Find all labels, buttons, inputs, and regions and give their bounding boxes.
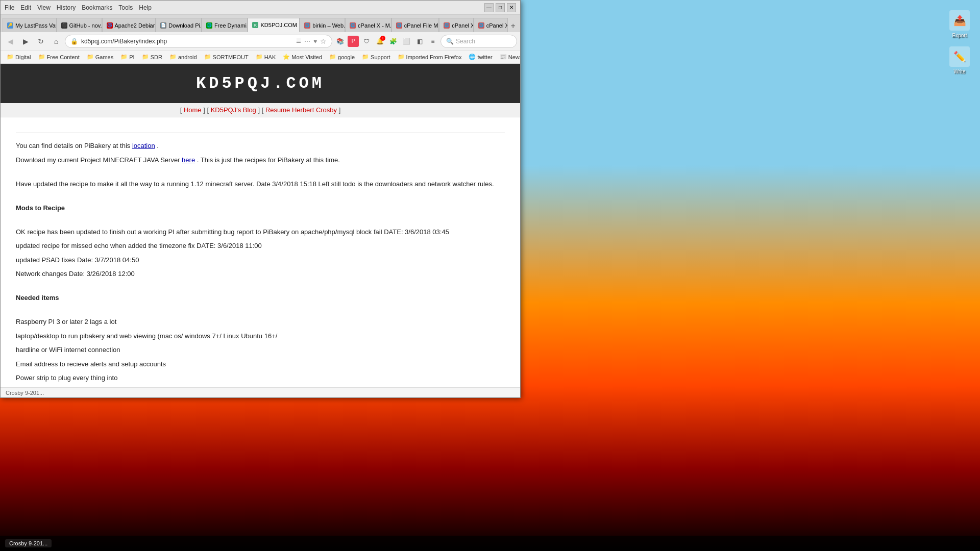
menu-bookmarks[interactable]: Bookmarks bbox=[82, 4, 112, 11]
menu-tools[interactable]: Tools bbox=[118, 4, 133, 11]
tab-bar: 🔑 My LastPass Vault ⚫ GitHub - nov... 🌀 … bbox=[1, 15, 520, 32]
back-button[interactable]: ◀ bbox=[4, 35, 17, 48]
tab-github-label: GitHub - nov... bbox=[69, 22, 102, 29]
site-title: KD5PQJ.COM bbox=[11, 74, 510, 93]
tab-kd5pqj[interactable]: K KD5POJ.COM ✕ bbox=[248, 18, 300, 32]
tab-cpanel2-label: cPanel File M... bbox=[404, 22, 439, 29]
bm-hak[interactable]: 📁 HAK bbox=[253, 53, 279, 61]
desktop-icons-area: 📤 Export ✏️ Write bbox=[949, 10, 970, 74]
search-box[interactable]: 🔍 Search bbox=[440, 35, 517, 48]
nav-blog-link[interactable]: KD5PQJ's Blog bbox=[211, 106, 256, 114]
bm-digital-icon: 📁 bbox=[7, 54, 14, 60]
window-icon[interactable]: ⬜ bbox=[401, 36, 412, 47]
bm-sdr[interactable]: 📁 SDR bbox=[139, 53, 165, 61]
bm-sortmeout[interactable]: 📁 SORTMEOUT bbox=[201, 53, 252, 61]
sidebar-toggle[interactable]: ◧ bbox=[414, 36, 425, 47]
bm-games[interactable]: 📁 Games bbox=[84, 53, 116, 61]
bm-support[interactable]: 📁 Support bbox=[359, 53, 394, 61]
reader-mode-icon[interactable]: ☰ bbox=[296, 38, 301, 44]
lastpass-favicon: 🔑 bbox=[7, 22, 13, 29]
bm-freecontent[interactable]: 📁 Free Content bbox=[35, 53, 83, 61]
shield-icon[interactable]: 🛡 bbox=[361, 36, 372, 47]
tab-kd5pqj-label: KD5POJ.COM bbox=[260, 22, 297, 28]
cpanel3-favicon: 🌐 bbox=[444, 22, 450, 29]
tab-github[interactable]: ⚫ GitHub - nov... bbox=[57, 18, 102, 32]
library-icon[interactable]: 📚 bbox=[334, 36, 346, 47]
desktop-icon-export[interactable]: 📤 Export bbox=[949, 10, 970, 38]
needed-item-1: Raspberry PI 3 or later 2 lags a lot bbox=[16, 317, 505, 327]
menu-view[interactable]: View bbox=[37, 4, 51, 11]
tab-freedns[interactable]: 🌐 Free Dynami... bbox=[202, 18, 248, 32]
forward-button[interactable]: ▶ bbox=[19, 35, 32, 48]
taskbar-item-browser[interactable]: Crosby 9-201... bbox=[5, 539, 52, 547]
bm-pi[interactable]: 📁 PI bbox=[117, 53, 137, 61]
tab-download-label: Download Pi... bbox=[168, 22, 202, 29]
tab-lastpass[interactable]: 🔑 My LastPass Vault bbox=[3, 18, 57, 32]
nav-resume-link[interactable]: Resume Herbert Crosby bbox=[265, 106, 337, 114]
write-icon: ✏️ bbox=[949, 46, 970, 67]
tab-cpanel2[interactable]: 🌐 cPanel File M... bbox=[391, 18, 439, 32]
site-nav: [ Home ] [ KD5PQJ's Blog ] [ Resume Herb… bbox=[1, 103, 520, 117]
notification-icon[interactable]: 🔔1 bbox=[374, 36, 385, 47]
here-link[interactable]: here bbox=[182, 156, 195, 164]
cpanel4-favicon: 🌐 bbox=[478, 22, 484, 29]
close-button[interactable]: ✕ bbox=[507, 3, 516, 12]
minimize-button[interactable]: — bbox=[484, 3, 494, 12]
tab-download[interactable]: 📄 Download Pi... bbox=[156, 18, 202, 32]
nav-bracket-3: ] [ bbox=[258, 106, 265, 114]
tab-cpanel4[interactable]: 🌐 cPanel X bbox=[474, 18, 508, 32]
bm-android[interactable]: 📁 android bbox=[166, 53, 200, 61]
menu-help[interactable]: Help bbox=[139, 4, 152, 11]
nav-bar: ◀ ▶ ↻ ⌂ 🔒 kd5pqj.com/PiBakery/index.php … bbox=[1, 32, 520, 51]
tab-cpanel1-label: cPanel X - M... bbox=[358, 22, 391, 29]
menu-edit[interactable]: Edit bbox=[20, 4, 31, 11]
bm-mostvisited[interactable]: ⭐ Most Visited bbox=[280, 53, 325, 61]
address-bar[interactable]: 🔒 kd5pqj.com/PiBakery/index.php ☰ ⋯ ♥ ☆ bbox=[65, 35, 332, 48]
tab-lastpass-label: My LastPass Vault bbox=[15, 22, 57, 29]
new-tab-button[interactable]: + bbox=[508, 20, 518, 32]
nav-bracket-4: ] bbox=[339, 106, 341, 114]
bm-twitter-icon: 🌐 bbox=[469, 54, 476, 60]
freedns-favicon: 🌐 bbox=[206, 22, 212, 29]
menu-history[interactable]: History bbox=[57, 4, 76, 11]
maximize-button[interactable]: □ bbox=[496, 3, 505, 12]
tab-cpanel4-label: cPanel X bbox=[486, 22, 508, 29]
kd5pqj-favicon: K bbox=[252, 22, 258, 28]
bm-news[interactable]: 📰 News bbox=[497, 53, 520, 61]
bm-news-icon: 📰 bbox=[500, 54, 507, 60]
bm-twitter[interactable]: 🌐 twitter bbox=[465, 53, 495, 61]
title-bar: File Edit View History Bookmarks Tools H… bbox=[1, 1, 520, 15]
pocket-icon[interactable]: P bbox=[348, 36, 359, 47]
tab-birkin[interactable]: 🌐 birkin – Web... bbox=[300, 18, 345, 32]
tab-cpanel1[interactable]: 🌐 cPanel X - M... bbox=[345, 18, 391, 32]
tab-cpanel3-label: cPanel X bbox=[452, 22, 473, 29]
birkin-favicon: 🌐 bbox=[304, 22, 310, 29]
tab-apache[interactable]: 🌀 Apache2 Debian... bbox=[102, 18, 156, 32]
bookmark-star-icon[interactable]: ⋯ bbox=[304, 38, 310, 45]
location-link[interactable]: location bbox=[132, 142, 155, 149]
menu-open-button[interactable]: ≡ bbox=[427, 36, 438, 47]
reload-button[interactable]: ↻ bbox=[34, 35, 47, 48]
content-divider bbox=[16, 133, 505, 133]
tab-cpanel3[interactable]: 🌐 cPanel X bbox=[439, 18, 473, 32]
url-display: kd5pqj.com/PiBakery/index.php bbox=[81, 38, 293, 45]
update-paragraph-2: OK recipe has been updated to finish out… bbox=[16, 227, 505, 237]
bm-digital[interactable]: 📁 Digital bbox=[4, 53, 34, 61]
bookmark-icon[interactable]: ♥ bbox=[313, 38, 317, 45]
bm-imported[interactable]: 📁 Imported From Firefox bbox=[395, 53, 465, 61]
star-icon[interactable]: ☆ bbox=[320, 37, 327, 45]
desktop-icon-write[interactable]: ✏️ Write bbox=[949, 46, 970, 74]
page-content[interactable]: KD5PQJ.COM [ Home ] [ KD5PQJ's Blog ] [ … bbox=[1, 64, 520, 387]
bm-mostvisited-icon: ⭐ bbox=[283, 54, 290, 60]
bm-google-icon: 📁 bbox=[329, 54, 336, 60]
intro-paragraph: You can find details on PiBakery at this… bbox=[16, 141, 505, 151]
bm-hak-icon: 📁 bbox=[256, 54, 263, 60]
tab-birkin-label: birkin – Web... bbox=[312, 22, 345, 29]
addon-icon[interactable]: 🧩 bbox=[387, 36, 399, 47]
home-button[interactable]: ⌂ bbox=[50, 35, 63, 48]
menu-file[interactable]: File bbox=[5, 4, 14, 11]
bm-google[interactable]: 📁 google bbox=[326, 53, 358, 61]
bm-support-icon: 📁 bbox=[362, 54, 369, 60]
bookmarks-bar: 📁 Digital 📁 Free Content 📁 Games 📁 PI 📁 … bbox=[1, 51, 520, 64]
nav-home-link[interactable]: Home bbox=[184, 106, 202, 114]
